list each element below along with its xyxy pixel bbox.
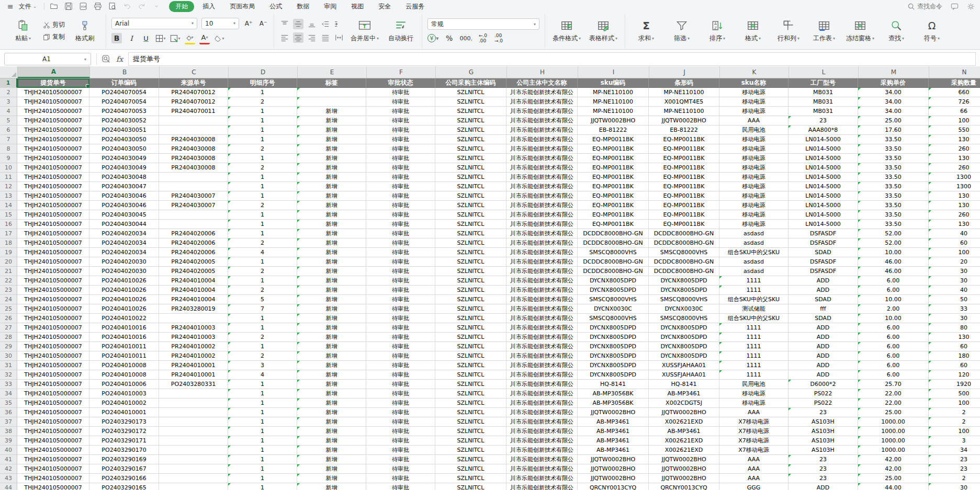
cell-B24[interactable]: PO2404010026 xyxy=(89,295,159,304)
cell-K1[interactable]: sku名称 xyxy=(719,78,788,88)
cell-H38[interactable]: 川市乐能创新技术有限公 xyxy=(506,427,578,436)
column-header-J[interactable]: J xyxy=(649,66,720,78)
tab-云服务[interactable]: 云服务 xyxy=(399,1,431,12)
cell-J7[interactable]: EQ-MP0011BK xyxy=(649,135,719,144)
cell-L19[interactable]: SDAD xyxy=(788,248,858,257)
cell-H20[interactable]: 川市乐能创新技术有限公 xyxy=(506,257,578,267)
cell-N28[interactable]: 130 xyxy=(929,333,980,342)
distribute-button[interactable] xyxy=(334,32,344,43)
cell-E5[interactable]: 新增 xyxy=(297,116,366,126)
cell-C12[interactable] xyxy=(159,182,228,191)
cell-I1[interactable]: sku编码 xyxy=(578,78,649,88)
cell-F30[interactable]: 待审批 xyxy=(366,351,435,361)
cell-K43[interactable]: AAA xyxy=(719,474,788,483)
cell-E16[interactable]: 新增 xyxy=(297,220,366,229)
cell-B20[interactable]: PO2404020030 xyxy=(89,257,159,267)
align-bottom-button[interactable] xyxy=(307,19,317,29)
cell-H29[interactable]: 川市乐能创新技术有限公 xyxy=(506,342,578,351)
cell-A6[interactable]: THJH240105000007 xyxy=(17,126,89,135)
cell-H8[interactable]: 川市乐能创新技术有限公 xyxy=(506,144,578,154)
cell-N34[interactable]: 500 xyxy=(929,389,980,398)
cell-E34[interactable]: 新增 xyxy=(297,389,366,398)
cell-C32[interactable]: PR2404010001 xyxy=(159,370,228,380)
cell-H21[interactable]: 川市乐能创新技术有限公 xyxy=(506,267,578,276)
cell-F21[interactable]: 待审批 xyxy=(366,267,435,276)
cell-I19[interactable]: SMSCQ8000VHS xyxy=(578,248,649,257)
cell-B34[interactable]: PO2404010003 xyxy=(89,389,159,398)
cell-J14[interactable]: EQ-MP0011BK xyxy=(649,201,719,210)
cell-I37[interactable]: AB-MP3461 xyxy=(578,417,649,427)
cell-M13[interactable]: 33.50 xyxy=(858,191,929,201)
cell-I27[interactable]: DYCNX8005DPD xyxy=(578,323,649,333)
row-header-32[interactable]: 32 xyxy=(0,370,17,380)
cell-J6[interactable]: EB-81222 xyxy=(649,126,719,135)
cell-L38[interactable]: AS103H xyxy=(788,427,858,436)
name-box[interactable]: A1 ▾ xyxy=(4,53,91,65)
cell-L17[interactable]: DSFASDF xyxy=(788,229,858,238)
cell-G18[interactable]: SZLNITCL xyxy=(435,238,506,248)
decrease-font-button[interactable]: A⁻ xyxy=(258,18,268,29)
cell-E39[interactable]: 新增 xyxy=(297,436,366,446)
cell-K37[interactable]: X7移动电源 xyxy=(719,417,788,427)
cell-D22[interactable]: 1 xyxy=(228,276,297,286)
cell-J25[interactable]: DYCNX0030C xyxy=(649,304,719,314)
cell-A34[interactable]: THJH240105000007 xyxy=(17,389,89,398)
cell-L7[interactable]: LN014-5000 xyxy=(788,135,858,144)
cell-N2[interactable]: 660 xyxy=(929,88,980,97)
cell-A16[interactable]: THJH240105000007 xyxy=(17,220,89,229)
cell-N35[interactable]: 100 xyxy=(929,398,980,408)
cell-M15[interactable]: 33.50 xyxy=(858,210,929,220)
column-header-N[interactable]: N xyxy=(929,66,980,78)
cell-B27[interactable]: PO2404010016 xyxy=(89,323,159,333)
cell-M3[interactable]: 34.00 xyxy=(858,97,929,107)
cell-L43[interactable]: 23 xyxy=(788,474,858,483)
cell-L32[interactable]: ADD xyxy=(788,370,858,380)
cell-G36[interactable]: SZLNITCL xyxy=(435,408,506,417)
column-header-C[interactable]: C xyxy=(160,66,229,78)
cell-H24[interactable]: 川市乐能创新技术有限公 xyxy=(506,295,578,304)
cell-I6[interactable]: EB-81222 xyxy=(578,126,649,135)
cell-N16[interactable]: 130 xyxy=(929,220,980,229)
cell-D41[interactable]: 1 xyxy=(228,455,297,464)
cell-L41[interactable]: 23 xyxy=(788,455,858,464)
cell-D27[interactable]: 1 xyxy=(228,323,297,333)
cell-I26[interactable]: SMSCQ8000VHS xyxy=(578,314,649,323)
cell-B17[interactable]: PO2404020034 xyxy=(89,229,159,238)
row-header-13[interactable]: 13 xyxy=(0,191,17,201)
cell-A27[interactable]: THJH240105000007 xyxy=(17,323,89,333)
cell-F22[interactable]: 待审批 xyxy=(366,276,435,286)
cell-L6[interactable]: AAA800*8 xyxy=(788,126,858,135)
row-header-25[interactable]: 25 xyxy=(0,304,17,314)
cell-G14[interactable]: SZLNITCL xyxy=(435,201,506,210)
cell-E38[interactable]: 新增 xyxy=(297,427,366,436)
cell-I38[interactable]: AB-MP3461 xyxy=(578,427,649,436)
cell-K38[interactable]: X7移动电源 xyxy=(719,427,788,436)
cell-B43[interactable]: PO2403290166 xyxy=(89,474,159,483)
cell-J2[interactable]: MP-NE110100 xyxy=(649,88,719,97)
cell-G31[interactable]: SZLNITCL xyxy=(435,361,506,370)
cell-E4[interactable]: 新增 xyxy=(297,107,366,116)
cell-L16[interactable]: LN014-5000 xyxy=(788,220,858,229)
cell-F1[interactable]: 审批状态 xyxy=(366,78,435,88)
cell-M35[interactable]: 22.00 xyxy=(858,398,929,408)
cell-F13[interactable]: 待审批 xyxy=(366,191,435,201)
row-header-8[interactable]: 8 xyxy=(0,144,17,154)
cell-J30[interactable]: DYCNX8005DPD xyxy=(649,351,719,361)
align-middle-button[interactable] xyxy=(293,19,303,29)
cell-N29[interactable]: 60 xyxy=(929,342,980,351)
cell-L18[interactable]: DSFASDF xyxy=(788,238,858,248)
cell-C39[interactable] xyxy=(159,436,228,446)
cell-N5[interactable]: 100 xyxy=(929,116,980,126)
row-header-1[interactable]: 1 xyxy=(0,78,17,88)
cell-L12[interactable]: LN014-5000 xyxy=(788,182,858,191)
cell-A36[interactable]: THJH240105000007 xyxy=(17,408,89,417)
cell-E18[interactable]: 新增 xyxy=(297,238,366,248)
currency-button[interactable]: ¥▾ xyxy=(427,33,439,43)
cell-M32[interactable]: 6.00 xyxy=(858,370,929,380)
cell-L21[interactable]: DSFASDF xyxy=(788,267,858,276)
cell-J21[interactable]: DCDDC8000BHO-GN xyxy=(649,267,719,276)
cell-I31[interactable]: DYCNX8005DPD xyxy=(578,361,649,370)
cell-B16[interactable]: PO2404030044 xyxy=(89,220,159,229)
cell-B8[interactable]: PO2404030050 xyxy=(89,144,159,154)
cell-F19[interactable]: 待审批 xyxy=(366,248,435,257)
